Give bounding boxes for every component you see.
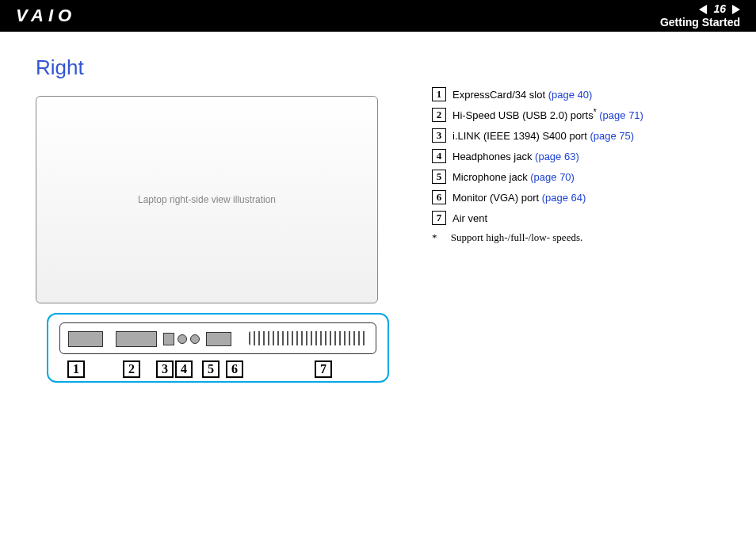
footnote-mark: * (432, 231, 437, 243)
page-ref-link[interactable]: (page 70) (530, 171, 575, 183)
header-right-block: 16 Getting Started (660, 2, 740, 29)
callout-6: 6 (226, 360, 243, 378)
page-navigation: 16 (660, 2, 740, 16)
figure-alt-text: Laptop right-side view illustration (138, 194, 276, 205)
microphone-jack-icon (190, 334, 200, 344)
legend-label: ExpressCard/34 slot (452, 89, 548, 101)
legend-label: Microphone jack (452, 171, 530, 183)
legend-item: 6 Monitor (VGA) port (page 64) (432, 190, 720, 204)
legend-sup: * (594, 108, 597, 116)
headphone-jack-icon (178, 334, 187, 344)
page-number: 16 (713, 2, 726, 16)
callout-1: 1 (67, 360, 85, 378)
legend-text: Air vent (452, 211, 487, 224)
page-ref-link[interactable]: (page 40) (548, 89, 593, 101)
legend-number: 1 (432, 87, 446, 101)
legend-item: 1 ExpressCard/34 slot (page 40) (432, 87, 720, 101)
prev-page-icon[interactable] (699, 5, 707, 14)
header-bar: VAIO 16 Getting Started (0, 0, 756, 32)
legend-label: Headphones jack (452, 151, 535, 162)
callout-3: 3 (156, 360, 174, 378)
callout-4: 4 (175, 360, 193, 378)
legend-number: 4 (432, 149, 446, 163)
laptop-illustration: Laptop right-side view illustration (36, 96, 378, 303)
usb-ports-icon (116, 331, 157, 347)
legend-item: 7 Air vent (432, 211, 720, 225)
legend-item: 5 Microphone jack (page 70) (432, 170, 720, 184)
legend-item: 2 Hi-Speed USB (USB 2.0) ports* (page 71… (432, 108, 720, 122)
page-ref-link[interactable]: (page 63) (535, 151, 579, 162)
port-detail-panel: 1 2 3 4 5 6 7 (47, 313, 389, 383)
page-ref-link[interactable]: (page 64) (542, 192, 586, 204)
legend-text: i.LINK (IEEE 1394) S400 port (page 75) (452, 128, 634, 142)
callout-2: 2 (123, 360, 140, 378)
legend-list: 1 ExpressCard/34 slot (page 40) 2 Hi-Spe… (432, 87, 720, 225)
vaio-logo: VAIO (16, 6, 76, 26)
legend-text: Microphone jack (page 70) (452, 170, 575, 183)
legend-text: Hi-Speed USB (USB 2.0) ports* (page 71) (452, 108, 643, 121)
legend-number: 3 (432, 128, 446, 143)
air-vent-icon (249, 331, 368, 345)
left-column: Right Laptop right-side view illustratio… (36, 55, 400, 383)
legend-label: Air vent (452, 212, 487, 224)
legend-number: 7 (432, 211, 446, 225)
legend-label: Monitor (VGA) port (452, 192, 542, 204)
legend-label: i.LINK (IEEE 1394) S400 port (452, 130, 590, 142)
footnote: * Support high-/full-/low- speeds. (432, 231, 720, 244)
callout-5: 5 (202, 360, 220, 378)
legend-item: 3 i.LINK (IEEE 1394) S400 port (page 75) (432, 128, 720, 143)
page-content: Right Laptop right-side view illustratio… (0, 32, 756, 406)
legend-label: Hi-Speed USB (USB 2.0) ports (452, 109, 594, 121)
section-label: Getting Started (660, 16, 740, 29)
callout-number-row: 1 2 3 4 5 6 7 (59, 360, 376, 378)
legend-text: Headphones jack (page 63) (452, 149, 579, 162)
legend-text: Monitor (VGA) port (page 64) (452, 190, 586, 204)
ports-row (59, 322, 376, 354)
page-ref-link[interactable]: (page 71) (599, 109, 643, 121)
right-column: 1 ExpressCard/34 slot (page 40) 2 Hi-Spe… (432, 55, 720, 383)
expresscard-slot-icon (68, 331, 103, 347)
callout-7: 7 (315, 360, 332, 378)
page-ref-link[interactable]: (page 75) (590, 130, 634, 142)
vga-port-icon (206, 332, 231, 346)
legend-number: 5 (432, 170, 446, 184)
legend-text: ExpressCard/34 slot (page 40) (452, 87, 592, 101)
legend-number: 2 (432, 108, 446, 122)
next-page-icon[interactable] (732, 5, 740, 14)
ilink-port-icon (163, 333, 174, 345)
footnote-text: Support high-/full-/low- speeds. (451, 231, 582, 243)
page-title: Right (36, 55, 400, 80)
legend-number: 6 (432, 190, 446, 204)
legend-item: 4 Headphones jack (page 63) (432, 149, 720, 163)
